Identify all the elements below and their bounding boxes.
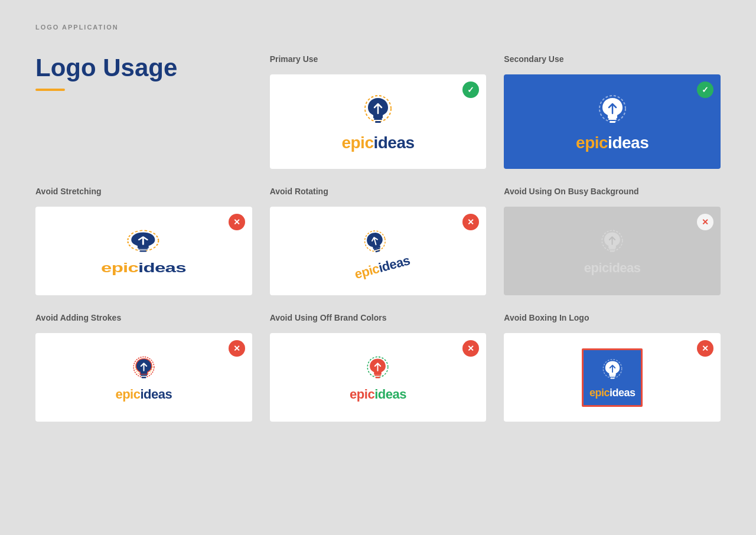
avoid-rotating-label: Avoid Rotating <box>270 187 487 196</box>
avoid-stretching-label: Avoid Stretching <box>35 187 252 196</box>
avoid-rotating-card: epic ideas ✕ <box>270 207 487 295</box>
primary-use-label: Primary Use <box>270 54 487 64</box>
svg-rect-14 <box>610 250 615 252</box>
svg-rect-17 <box>141 374 147 376</box>
svg-rect-18 <box>141 377 146 378</box>
avoid-busy-bg-badge: ✕ <box>697 214 713 230</box>
brand-epic: epic <box>341 133 373 152</box>
brand-epic-secondary: epic <box>576 133 608 152</box>
avoid-rotating-section: Avoid Rotating epic ideas ✕ <box>270 187 487 295</box>
secondary-use-card: epic ideas ✓ <box>504 74 721 169</box>
avoid-strokes-section: Avoid Adding Strokes epic ideas ✕ <box>35 313 252 422</box>
avoid-stretching-badge: ✕ <box>229 214 245 230</box>
svg-rect-13 <box>609 248 615 249</box>
svg-rect-21 <box>376 377 380 378</box>
avoid-offbrand-label: Avoid Using Off Brand Colors <box>270 313 487 322</box>
avoid-rotating-badge: ✕ <box>462 214 479 230</box>
svg-rect-24 <box>610 377 614 379</box>
secondary-use-section: Secondary Use epic ideas ✓ <box>504 54 721 169</box>
primary-use-card: epic ideas ✓ <box>270 74 487 169</box>
title-cell: Logo Usage <box>35 54 252 169</box>
title-underline <box>35 89 65 91</box>
svg-rect-4 <box>608 118 617 120</box>
avoid-busy-bg-card: epic ideas ✕ <box>504 207 721 295</box>
svg-rect-23 <box>610 375 615 376</box>
avoid-stretching-section: Avoid Stretching epic ideas ✕ <box>35 187 252 295</box>
svg-rect-2 <box>375 121 381 123</box>
svg-rect-20 <box>374 374 381 376</box>
avoid-boxing-card: epic ideas ✕ <box>504 333 721 422</box>
secondary-use-label: Secondary Use <box>504 54 721 64</box>
avoid-stretching-card: epic ideas ✕ <box>35 207 252 295</box>
svg-rect-1 <box>374 118 382 120</box>
logo-usage-title: Logo Usage <box>35 54 252 81</box>
avoid-offbrand-badge: ✕ <box>462 340 479 357</box>
avoid-boxing-label: Avoid Boxing In Logo <box>504 313 721 322</box>
page-section-label: LOGO APPLICATION <box>35 24 721 31</box>
avoid-strokes-card: epic ideas ✕ <box>35 333 252 422</box>
brand-ideas-secondary: ideas <box>608 133 649 152</box>
avoid-offbrand-section: Avoid Using Off Brand Colors epic ideas … <box>270 313 487 422</box>
svg-rect-5 <box>610 121 615 123</box>
avoid-busy-bg-label: Avoid Using On Busy Background <box>504 187 721 196</box>
avoid-boxing-section: Avoid Boxing In Logo epic ideas <box>504 313 721 422</box>
avoid-busy-bg-section: Avoid Using On Busy Background epic idea… <box>504 187 721 295</box>
brand-ideas: ideas <box>373 133 414 152</box>
avoid-strokes-badge: ✕ <box>229 340 245 357</box>
primary-use-section: Primary Use epic ideas <box>270 54 487 169</box>
primary-use-badge: ✓ <box>462 81 479 98</box>
avoid-strokes-label: Avoid Adding Strokes <box>35 313 252 322</box>
avoid-offbrand-card: epic ideas ✕ <box>270 333 487 422</box>
secondary-use-badge: ✓ <box>697 81 713 98</box>
avoid-boxing-badge: ✕ <box>697 340 713 357</box>
